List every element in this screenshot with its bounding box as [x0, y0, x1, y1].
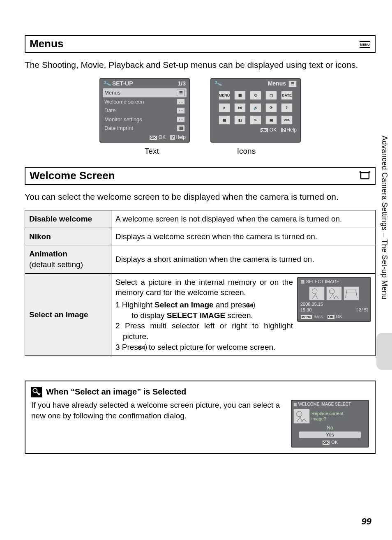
- grid-icon: ▢: [265, 91, 277, 100]
- mini-lcd-confirm: ▦ WELCOME IMAGE SELECT Replace current i…: [291, 400, 369, 448]
- page-number: 99: [362, 515, 371, 528]
- caption-text: Text: [145, 146, 159, 157]
- select-image-step-2: 2 Press multi selector left or right to …: [115, 321, 293, 342]
- select-image-step-1: 1 Highlight Select an image and press OK…: [115, 300, 293, 321]
- table-row: Animation (default setting) Displays a s…: [25, 245, 376, 273]
- grid-icon: ▦: [234, 91, 246, 100]
- wrench-icon: 🔧: [213, 79, 222, 89]
- lcd-text-item: Monitor settings- -: [103, 115, 187, 124]
- grid-icon: ⏭: [234, 103, 246, 112]
- lcd-text-header: SET-UP: [112, 80, 133, 88]
- grid-icon: MENU: [219, 91, 230, 100]
- note-box: When “Select an image” is Selected If yo…: [25, 381, 376, 454]
- welcome-screen-icon: ▦: [300, 279, 304, 285]
- side-tab-label: Advanced Camera Settings – The Set-up Me…: [380, 136, 390, 300]
- grid-icon: ∿: [250, 115, 261, 125]
- grid-icon: ⏲: [250, 91, 261, 100]
- grid-icon: 🔊: [250, 103, 261, 112]
- mini-lcd-select-image: ▦ SELECT IMAGE 2006.05.15 15:30 [ 3/ 5]: [297, 277, 371, 322]
- select-image-para: Select a picture in the internal memory …: [115, 277, 293, 298]
- note-body-text: If you have already selected a welcome s…: [31, 400, 284, 421]
- table-row: Disable welcome A welcome screen is not …: [25, 210, 376, 228]
- section-header-menus: Menus MENU: [25, 35, 376, 53]
- thumbnail: [344, 286, 359, 300]
- lcd-icon-grid: MENU ▦ ⏲ ▢ DATE ⏵ ⏭ 🔊 ⟳ ⇪ ▦ ◧ ∿ ▣ Ver.: [211, 88, 300, 125]
- welcome-options-table: Disable welcome A welcome screen is not …: [25, 210, 376, 356]
- grid-icon: ⟳: [265, 103, 277, 112]
- ok-button-icon: OK: [252, 302, 255, 309]
- svg-point-9: [297, 411, 302, 417]
- grid-icon: DATE: [281, 91, 293, 100]
- mini-date: 2006.05.15: [300, 301, 323, 307]
- grid-icon: ◧: [234, 115, 246, 125]
- svg-rect-4: [360, 171, 361, 173]
- caption-icons: Icons: [237, 146, 256, 157]
- svg-rect-5: [369, 171, 370, 173]
- welcome-intro-text: You can select the welcome screen to be …: [25, 191, 376, 203]
- opt-select-label: Select an image: [25, 273, 111, 355]
- lcd-text-item: Menus☰: [103, 88, 187, 97]
- lcd-icons-header: Menus: [268, 80, 286, 88]
- svg-point-6: [312, 288, 317, 293]
- lcd-icons-mode: 🔧 Menus ☰ MENU ▦ ⏲ ▢ DATE ⏵ ⏭ 🔊 ⟳ ⇪ ▦ ◧ …: [210, 78, 301, 143]
- section-title-welcome: Welcome Screen: [30, 168, 359, 183]
- section-header-welcome: Welcome Screen: [25, 167, 376, 185]
- confirm-option-no: No: [292, 425, 368, 431]
- svg-rect-3: [361, 173, 369, 179]
- thumbnail: [293, 409, 310, 424]
- note-icon: [31, 387, 42, 397]
- side-tab-marker: [376, 333, 392, 370]
- section-title-menus: Menus: [30, 37, 359, 51]
- mini-counter: [ 3/ 5]: [356, 307, 368, 313]
- opt-nikon-label: Nikon: [25, 228, 111, 245]
- opt-select-desc: Select a picture in the internal memory …: [111, 273, 376, 355]
- lcd-text-item: Date imprint▧: [103, 124, 187, 133]
- lcd-text-page: 1/3: [178, 80, 186, 88]
- confirm-option-yes: Yes: [299, 432, 361, 438]
- opt-disable-label: Disable welcome: [25, 210, 111, 228]
- menu-icon: MENU: [359, 38, 371, 50]
- wrench-icon: 🔧: [102, 79, 111, 89]
- svg-text:MENU: MENU: [360, 43, 370, 46]
- menus-screens: 🔧 SET-UP 1/3 Menus☰ Welcome screen- - Da…: [25, 78, 376, 143]
- grid-icon: ▦: [219, 115, 230, 125]
- menus-intro-text: The Shooting, Movie, Playback and Set-up…: [25, 59, 376, 71]
- grid-icon: ▣: [265, 115, 277, 125]
- grid-icon: Ver.: [281, 115, 293, 125]
- select-image-step-3: 3 Press OK to select picture for welcome…: [115, 342, 293, 353]
- table-row: Nikon Displays a welcome screen when the…: [25, 228, 376, 245]
- lcd-text-mode: 🔧 SET-UP 1/3 Menus☰ Welcome screen- - Da…: [99, 78, 190, 143]
- lcd-text-item: Welcome screen- -: [103, 97, 187, 106]
- thumbnail: [326, 286, 342, 300]
- opt-anim-desc: Displays a short animation when the came…: [111, 245, 376, 273]
- svg-rect-0: [360, 41, 370, 42]
- svg-rect-2: [360, 47, 370, 48]
- mini-time: 15:30: [300, 307, 312, 313]
- note-title-text: When “Select an image” is Selected: [46, 386, 186, 397]
- grid-icon: ⏵: [219, 103, 230, 112]
- side-tab: Advanced Camera Settings – The Set-up Me…: [375, 136, 392, 370]
- menu-icon-chip: ☰: [288, 81, 297, 87]
- welcome-screen-icon: [359, 170, 371, 182]
- table-row: Select an image Select a picture in the …: [25, 273, 376, 355]
- opt-disable-desc: A welcome screen is not displayed when t…: [111, 210, 376, 228]
- lcd-text-item: Date- -: [103, 106, 187, 115]
- thumbnail: [309, 286, 325, 300]
- opt-anim-label: Animation (default setting): [25, 245, 111, 273]
- svg-point-8: [33, 388, 37, 392]
- svg-point-7: [329, 288, 334, 293]
- grid-icon: ⇪: [281, 103, 293, 112]
- opt-nikon-desc: Displays a welcome screen when the camer…: [111, 228, 376, 245]
